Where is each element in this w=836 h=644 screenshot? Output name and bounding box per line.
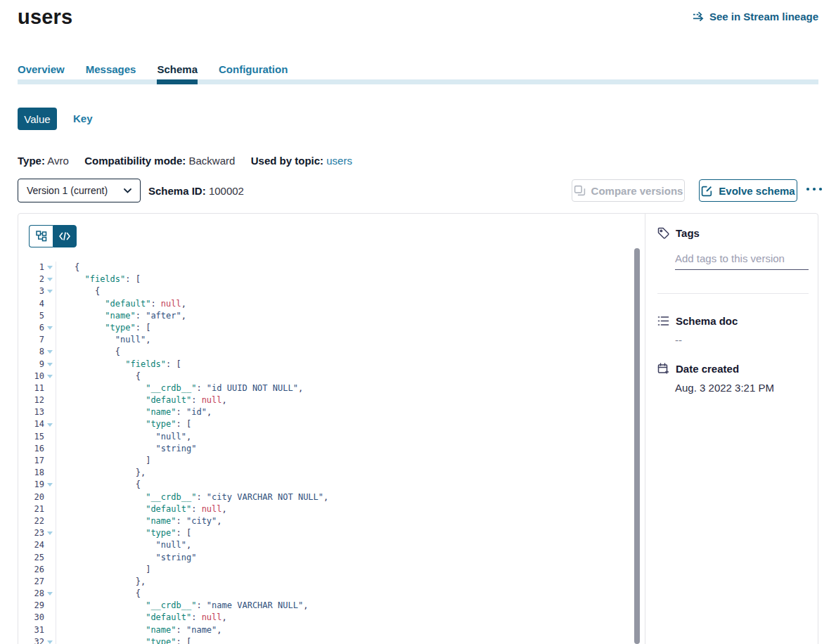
code-line: 11 "__crdb__": "id UUID NOT NULL", bbox=[18, 382, 634, 394]
line-number: 21 bbox=[18, 503, 44, 515]
code-text: { bbox=[56, 285, 634, 297]
tree-view-button[interactable] bbox=[29, 225, 53, 247]
evolve-schema-label: Evolve schema bbox=[719, 185, 795, 197]
code-text: "__crdb__": "name VARCHAR NULL", bbox=[56, 600, 634, 612]
type-label: Type: bbox=[18, 155, 45, 167]
code-line: 26 ] bbox=[18, 564, 634, 576]
code-line: 2 "fields": [ bbox=[18, 273, 634, 285]
schema-code-editor[interactable]: 1{2 "fields": [3 {4 "default": null,5 "n… bbox=[18, 262, 634, 644]
line-number: 30 bbox=[18, 612, 44, 624]
code-text: "type": [ bbox=[56, 527, 634, 539]
line-number: 9 bbox=[18, 359, 44, 371]
code-line: 20 "__crdb__": "city VARCHAR NOT NULL", bbox=[18, 491, 634, 503]
fold-toggle-icon[interactable] bbox=[44, 588, 56, 600]
evolve-schema-button[interactable]: Evolve schema bbox=[699, 179, 797, 202]
evolve-schema-icon bbox=[701, 185, 713, 197]
line-number: 1 bbox=[18, 262, 44, 273]
date-created-section-header: Date created bbox=[657, 363, 739, 375]
fold-toggle-icon[interactable] bbox=[44, 418, 56, 430]
compare-versions-button[interactable]: Compare versions bbox=[572, 179, 685, 202]
code-line: 30 "default": null, bbox=[18, 612, 634, 624]
line-number: 23 bbox=[18, 527, 44, 539]
fold-spacer bbox=[44, 382, 56, 394]
used-by-topic-link[interactable]: users bbox=[326, 155, 352, 167]
tags-section-header: Tags bbox=[657, 227, 700, 239]
code-line: 19 { bbox=[18, 479, 634, 491]
fold-toggle-icon[interactable] bbox=[44, 359, 56, 371]
fold-toggle-icon[interactable] bbox=[44, 346, 56, 358]
value-toggle-button[interactable]: Value bbox=[18, 108, 57, 130]
code-line: 7 "null", bbox=[18, 334, 634, 346]
line-number: 10 bbox=[18, 371, 44, 382]
tab-schema[interactable]: Schema bbox=[157, 63, 198, 84]
type-value: Avro bbox=[47, 155, 69, 167]
fold-spacer bbox=[44, 503, 56, 515]
code-line: 25 "string" bbox=[18, 552, 634, 564]
date-created-value: Aug. 3 2022 3:21 PM bbox=[675, 382, 774, 394]
line-number: 8 bbox=[18, 346, 44, 358]
fold-toggle-icon[interactable] bbox=[44, 273, 56, 285]
code-text: "default": null, bbox=[56, 503, 634, 515]
code-line: 31 "name": "name", bbox=[18, 624, 634, 636]
fold-toggle-icon[interactable] bbox=[44, 262, 56, 273]
more-actions-button[interactable] bbox=[806, 183, 827, 195]
code-line: 4 "default": null, bbox=[18, 298, 634, 310]
key-toggle-button[interactable]: Key bbox=[73, 112, 93, 124]
code-line: 5 "name": "after", bbox=[18, 310, 634, 322]
fold-toggle-icon[interactable] bbox=[44, 322, 56, 334]
line-number: 19 bbox=[18, 479, 44, 491]
code-text: "type": [ bbox=[56, 322, 634, 334]
fold-toggle-icon[interactable] bbox=[44, 371, 56, 382]
code-view-button[interactable] bbox=[53, 225, 77, 247]
stream-lineage-label: See in Stream lineage bbox=[709, 11, 818, 22]
code-line: 21 "default": null, bbox=[18, 503, 634, 515]
version-select[interactable]: Version 1 (current) bbox=[18, 179, 141, 202]
editor-view-toggle bbox=[29, 225, 77, 247]
code-text: "name": "id", bbox=[56, 406, 634, 418]
code-line: 17 ] bbox=[18, 455, 634, 467]
code-text: "name": "after", bbox=[56, 310, 634, 322]
code-line: 15 "null", bbox=[18, 431, 634, 443]
fold-spacer bbox=[44, 539, 56, 551]
code-text: "default": null, bbox=[56, 394, 634, 406]
tab-messages[interactable]: Messages bbox=[86, 63, 136, 84]
line-number: 16 bbox=[18, 443, 44, 455]
line-number: 6 bbox=[18, 322, 44, 334]
fold-toggle-icon[interactable] bbox=[44, 285, 56, 297]
fold-spacer bbox=[44, 334, 56, 346]
compatibility-label: Compatibility mode: bbox=[84, 155, 186, 167]
code-line: 24 "null", bbox=[18, 539, 634, 551]
fold-spacer bbox=[44, 298, 56, 310]
line-number: 29 bbox=[18, 600, 44, 612]
code-text: { bbox=[56, 371, 634, 382]
line-number: 31 bbox=[18, 624, 44, 636]
fold-spacer bbox=[44, 624, 56, 636]
code-line: 14 "type": [ bbox=[18, 418, 634, 430]
code-line: 6 "type": [ bbox=[18, 322, 634, 334]
code-text: "string" bbox=[56, 552, 634, 564]
fold-toggle-icon[interactable] bbox=[44, 636, 56, 644]
code-line: 29 "__crdb__": "name VARCHAR NULL", bbox=[18, 600, 634, 612]
compare-versions-icon bbox=[574, 185, 586, 197]
date-created-title: Date created bbox=[676, 363, 739, 375]
editor-scrollbar[interactable] bbox=[634, 248, 640, 644]
code-line: 16 "string" bbox=[18, 443, 634, 455]
tab-overview[interactable]: Overview bbox=[18, 63, 65, 84]
line-number: 15 bbox=[18, 431, 44, 443]
line-number: 28 bbox=[18, 588, 44, 600]
code-line: 32 "type": [ bbox=[18, 636, 634, 644]
chevron-down-icon bbox=[124, 188, 131, 193]
tabs: Overview Messages Schema Configuration bbox=[18, 63, 309, 84]
tags-input[interactable] bbox=[675, 247, 809, 270]
code-line: 27 }, bbox=[18, 576, 634, 588]
code-text: { bbox=[56, 479, 634, 491]
fold-toggle-icon[interactable] bbox=[44, 479, 56, 491]
schema-doc-value: -- bbox=[675, 334, 682, 346]
tab-configuration[interactable]: Configuration bbox=[219, 63, 288, 84]
code-line: 18 }, bbox=[18, 467, 634, 479]
fold-toggle-icon[interactable] bbox=[44, 527, 56, 539]
code-line: 9 "fields": [ bbox=[18, 359, 634, 371]
stream-lineage-link[interactable]: See in Stream lineage bbox=[693, 11, 818, 22]
list-icon bbox=[657, 315, 669, 327]
fold-spacer bbox=[44, 576, 56, 588]
